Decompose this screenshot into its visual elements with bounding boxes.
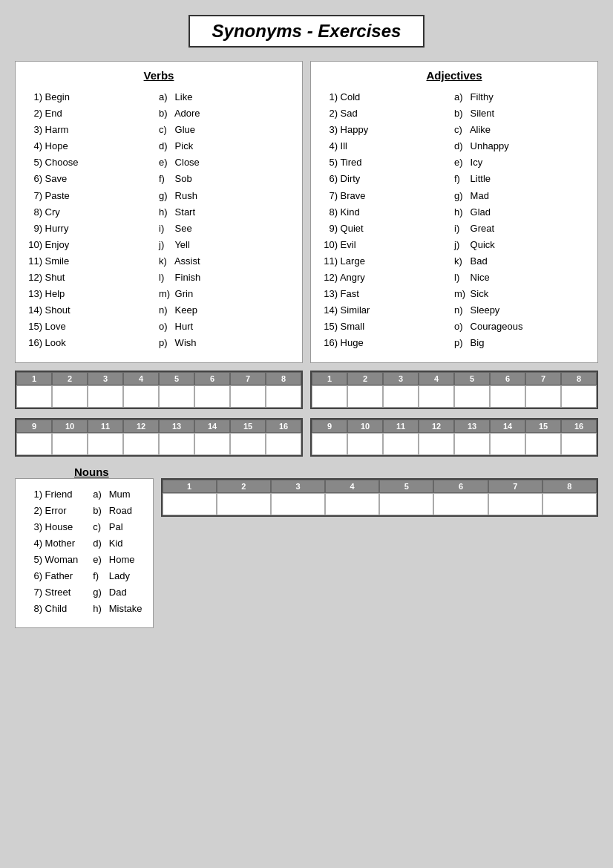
list-item: d) Unhappy [454,138,587,154]
grid-header-cell: 1 [16,372,52,385]
grid-header-cell: 6 [490,372,525,385]
grid-header-cell: 6 [194,372,230,385]
list-item: a) Filthy [454,89,587,105]
list-item: l) Nice [454,270,587,286]
verbs-left-col: 1) Begin2) End3) Harm4) Hope5) Choose6) … [26,89,159,352]
grid-header-cell: 15 [230,420,266,433]
list-item: 6) Save [26,171,159,187]
list-item: a) Mum [93,486,142,503]
list-item: 4) Mother [26,535,78,552]
grid-answer-cell[interactable] [123,433,159,455]
grid-answer-cell[interactable] [347,433,383,455]
adjectives-section: Adjectives 1) Cold2) Sad3) Happy4) Ill5)… [310,61,598,363]
list-item: l) Finish [159,270,292,286]
grid-header-cell: 7 [488,480,542,493]
adjectives-grid-2: 910111213141516 [310,418,598,461]
grid-header-cell: 11 [88,420,123,433]
list-item: o) Hurt [159,319,292,335]
list-item: j) Yell [159,237,292,253]
grid-answer-cell[interactable] [454,385,490,408]
grid-answer-cell[interactable] [542,493,597,515]
grid-answer-cell[interactable] [88,385,123,408]
list-item: 12) Angry [321,270,454,286]
grid-answer-cell[interactable] [488,493,542,515]
list-item: 14) Shout [26,302,159,319]
list-item: 11) Large [321,253,454,270]
list-item: 5) Tired [321,154,454,171]
grid-answer-cell[interactable] [347,385,383,408]
grid-answer-cell[interactable] [454,433,490,455]
grid-header-cell: 2 [217,480,271,493]
list-item: d) Kid [93,535,142,552]
grid-header-cell: 14 [194,420,230,433]
list-item: g) Dad [93,584,142,601]
grid-answer-cell[interactable] [490,433,525,455]
grid-answer-cell[interactable] [16,385,52,408]
list-item: 2) Sad [321,105,454,122]
list-item: 2) Error [26,503,78,519]
grid-answer-cell[interactable] [383,433,419,455]
grid-answer-cell[interactable] [266,433,301,455]
grid-answer-cell[interactable] [525,385,561,408]
list-item: 6) Father [26,568,78,584]
grid-answer-cell[interactable] [230,385,266,408]
grid-answer-cell[interactable] [230,433,266,455]
list-item: h) Glad [454,204,587,221]
grid-answer-cell[interactable] [88,433,123,455]
grid-answer-cell[interactable] [163,493,217,515]
list-item: 2) End [26,105,159,122]
list-item: e) Close [159,154,292,171]
grid-header-cell: 6 [433,480,488,493]
grid-answer-cell[interactable] [194,385,230,408]
grid-answer-cell[interactable] [490,385,525,408]
list-item: p) Big [454,335,587,351]
grid-answer-cell[interactable] [194,433,230,455]
list-item: g) Mad [454,188,587,204]
grid-answer-cell[interactable] [159,385,194,408]
list-item: 1) Cold [321,89,454,105]
nouns-grid-area: 12345678 [161,478,598,521]
grid-answer-cell[interactable] [383,385,419,408]
grid-answer-cell[interactable] [159,433,194,455]
grid-header-cell: 2 [347,372,383,385]
grid-answer-cell[interactable] [16,433,52,455]
list-item: 10) Enjoy [26,237,159,253]
grid-answer-cell[interactable] [561,433,597,455]
list-item: 5) Choose [26,154,159,171]
list-item: 16) Look [26,335,159,351]
list-item: 13) Help [26,286,159,302]
nouns-section: Nouns 1) Friend2) Error3) House4) Mother… [15,466,598,629]
grid-answer-cell[interactable] [123,385,159,408]
grid-answer-cell[interactable] [433,493,488,515]
nouns-right-col: a) Mumb) Roadc) Pald) Kide) Homef) Ladyg… [93,486,142,618]
list-item: 14) Similar [321,302,454,319]
grid-answer-cell[interactable] [525,433,561,455]
grid-header-cell: 3 [88,372,123,385]
grid-answer-cell[interactable] [561,385,597,408]
grid-answer-cell[interactable] [419,433,454,455]
nouns-title: Nouns [74,466,109,478]
grid-answer-cell[interactable] [379,493,433,515]
grid-answer-cell[interactable] [266,385,301,408]
grid-answer-cell[interactable] [52,385,88,408]
grid-header-cell: 13 [159,420,194,433]
grid-header-cell: 15 [525,420,561,433]
verbs-section: Verbs 1) Begin2) End3) Harm4) Hope5) Cho… [15,61,303,363]
grid-header-cell: 4 [123,372,159,385]
list-item: 6) Dirty [321,171,454,187]
grid-header-cell: 14 [490,420,525,433]
list-item: 1) Friend [26,486,78,503]
page-title: Synonyms - Exercises [189,15,425,48]
grid-header-cell: 7 [230,372,266,385]
list-item: 8) Child [26,601,78,617]
grid-answer-cell[interactable] [419,385,454,408]
list-item: g) Rush [159,188,292,204]
list-item: 4) Ill [321,138,454,154]
grid-answer-cell[interactable] [312,433,347,455]
grid-answer-cell[interactable] [271,493,325,515]
grid-answer-cell[interactable] [325,493,379,515]
grid-answer-cell[interactable] [312,385,347,408]
list-item: f) Little [454,171,587,187]
grid-answer-cell[interactable] [217,493,271,515]
grid-answer-cell[interactable] [52,433,88,455]
